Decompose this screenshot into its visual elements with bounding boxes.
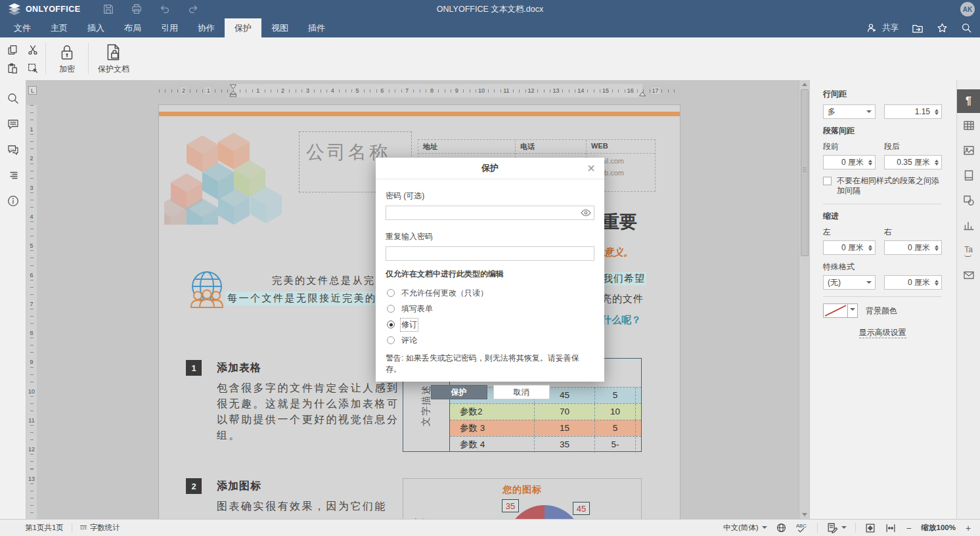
radio-option[interactable]: 填写表单 [386, 301, 594, 317]
left-indent-marker[interactable] [229, 91, 237, 97]
menu-tabs: 文件主页插入布局引用协作保护视图插件 [4, 18, 335, 37]
radio-icon[interactable] [387, 321, 395, 328]
radio-option[interactable]: 修订 [386, 317, 594, 332]
favorite-star-icon[interactable] [937, 22, 948, 34]
special-format-amount: 0 厘米 [908, 277, 930, 288]
fit-page-icon[interactable] [864, 522, 876, 534]
share-label: 共享 [882, 22, 899, 34]
tab-协作[interactable]: 协作 [188, 18, 225, 37]
ruler-number: 17 [652, 87, 659, 94]
special-format-spinner[interactable]: 0 厘米 [884, 275, 942, 290]
language-selector[interactable]: 中文(简体) [723, 523, 767, 533]
select-all-icon[interactable] [27, 62, 39, 74]
navigation-icon[interactable] [7, 169, 20, 182]
ruler-number: 5 [29, 242, 33, 249]
comments-icon[interactable] [7, 118, 20, 131]
radio-icon[interactable] [387, 305, 395, 313]
copy-icon[interactable] [7, 44, 18, 56]
color-chevron-icon[interactable] [847, 304, 857, 317]
chevron-down-icon [866, 110, 872, 116]
table-cell: 参数2 [450, 406, 534, 418]
repeat-password-input[interactable] [386, 246, 594, 261]
show-password-eye-icon[interactable] [581, 208, 591, 217]
open-file-location-icon[interactable] [912, 23, 924, 34]
tab-插件[interactable]: 插件 [298, 18, 335, 37]
redo-icon[interactable] [187, 3, 199, 15]
scroll-down-arrow[interactable] [800, 510, 809, 519]
indent-left-spinner[interactable]: 0 厘米 [823, 240, 876, 255]
zoom-out-button[interactable]: − [905, 523, 913, 533]
table-cell: 参数 4 [450, 439, 534, 451]
share-button[interactable]: 共享 [867, 22, 899, 34]
special-format-dropdown[interactable]: (无) [823, 275, 876, 290]
protect-confirm-button[interactable]: 保护 [431, 385, 487, 399]
spinner-up-icon[interactable] [935, 107, 939, 112]
scroll-up-arrow[interactable] [800, 80, 809, 89]
image-settings-icon[interactable] [957, 138, 980, 163]
radio-icon[interactable] [387, 289, 395, 297]
word-count-button[interactable]: 123 字数统计 [80, 523, 120, 533]
about-icon[interactable] [7, 194, 20, 208]
tab-stop-selector[interactable]: L [28, 86, 37, 95]
protect-document-button[interactable]: 保护文档 [95, 43, 132, 75]
spacing-before-spinner[interactable]: 0 厘米 [823, 155, 876, 169]
mail-merge-icon[interactable] [957, 263, 980, 288]
line-spacing-value-spinner[interactable]: 1.15 [884, 104, 942, 119]
password-input[interactable] [386, 206, 594, 220]
track-changes-button[interactable] [826, 522, 847, 534]
checkbox-icon[interactable] [823, 177, 832, 185]
shape-settings-icon[interactable] [957, 188, 980, 213]
spellcheck-icon[interactable]: ABC [795, 522, 809, 533]
table-cell: 15 [534, 420, 594, 436]
right-indent-marker[interactable] [638, 91, 646, 97]
paragraph-settings-icon[interactable]: ¶ [957, 89, 980, 113]
same-style-spacing-checkbox[interactable]: 不要在相同样式的段落之间添加间隔 [823, 176, 942, 196]
tab-文件[interactable]: 文件 [4, 18, 41, 37]
radio-icon[interactable] [387, 336, 395, 344]
set-language-globe-icon[interactable] [776, 522, 787, 533]
print-icon[interactable] [131, 3, 143, 15]
table-settings-icon[interactable] [957, 113, 980, 138]
dialog-header[interactable]: 保护 ✕ [376, 158, 604, 179]
contact-header: WEB [591, 142, 608, 150]
close-icon[interactable]: ✕ [585, 162, 598, 175]
advanced-settings-link[interactable]: 显示高级设置 [859, 328, 906, 338]
tab-保护[interactable]: 保护 [225, 18, 261, 37]
indent-right-spinner[interactable]: 0 厘米 [884, 240, 942, 255]
paragraph-spacing-heading: 段落间距 [823, 125, 942, 137]
text-art-settings-icon[interactable]: Ta [957, 238, 980, 263]
line-spacing-type-dropdown[interactable]: 多 [823, 104, 876, 119]
tab-主页[interactable]: 主页 [41, 18, 78, 37]
fit-width-icon[interactable] [885, 522, 897, 534]
radio-option[interactable]: 评论 [386, 332, 594, 348]
spacing-after-spinner[interactable]: 0.35 厘米 [884, 155, 942, 169]
tab-视图[interactable]: 视图 [261, 18, 298, 37]
tab-布局[interactable]: 布局 [114, 18, 151, 37]
tab-引用[interactable]: 引用 [151, 18, 188, 37]
cancel-button[interactable]: 取消 [493, 385, 550, 399]
svg-text:ABC: ABC [795, 524, 806, 529]
user-avatar[interactable]: AK [960, 2, 975, 16]
header-footer-settings-icon[interactable] [957, 163, 980, 188]
contact-header: 地址 [423, 142, 437, 152]
radio-option[interactable]: 不允许任何更改（只读） [386, 285, 594, 301]
cut-icon[interactable] [27, 44, 39, 56]
zoom-in-button[interactable]: + [964, 523, 972, 533]
chart-block: 您的图标 35 45 参数 1 [403, 478, 642, 519]
save-icon[interactable] [102, 3, 114, 15]
vertical-scrollbar[interactable] [799, 80, 809, 519]
paste-icon[interactable] [7, 62, 18, 74]
chat-icon[interactable] [7, 143, 20, 156]
spinner-down-icon[interactable] [935, 112, 939, 117]
chart-settings-icon[interactable] [957, 213, 980, 238]
scrollbar-thumb[interactable] [801, 89, 809, 256]
page-number-status[interactable]: 第1页共1页 [25, 523, 64, 533]
encrypt-button[interactable]: 加密 [53, 43, 81, 75]
search-icon[interactable] [7, 92, 20, 105]
undo-icon[interactable] [159, 3, 171, 15]
search-icon-top[interactable] [961, 22, 972, 34]
tab-插入[interactable]: 插入 [78, 18, 114, 37]
background-color-picker[interactable] [823, 303, 858, 318]
password-warning: 警告: 如果丢失或忘记密码，则无法将其恢复。请妥善保存。 [386, 353, 594, 375]
first-line-indent-marker[interactable] [229, 84, 237, 89]
